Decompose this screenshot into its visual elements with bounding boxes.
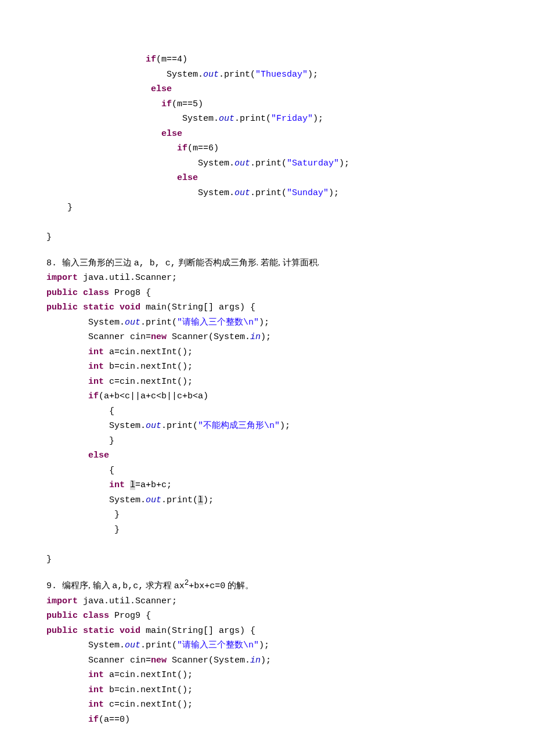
code-block-8: import java.util.Scanner; public class P… <box>46 271 488 567</box>
question-9: 9. 编程序, 输入 a,b,c, 求方程 ax2+bx+c=0 的解。 <box>46 577 488 594</box>
code-block-9: import java.util.Scanner; public class P… <box>46 594 488 728</box>
question-8: 8. 输入三角形的三边 a, b, c, 判断能否构成三角形. 若能, 计算面积… <box>46 255 488 271</box>
code-block-7-tail: if(m==4) System.out.print("Thuesday"); e… <box>46 52 488 245</box>
